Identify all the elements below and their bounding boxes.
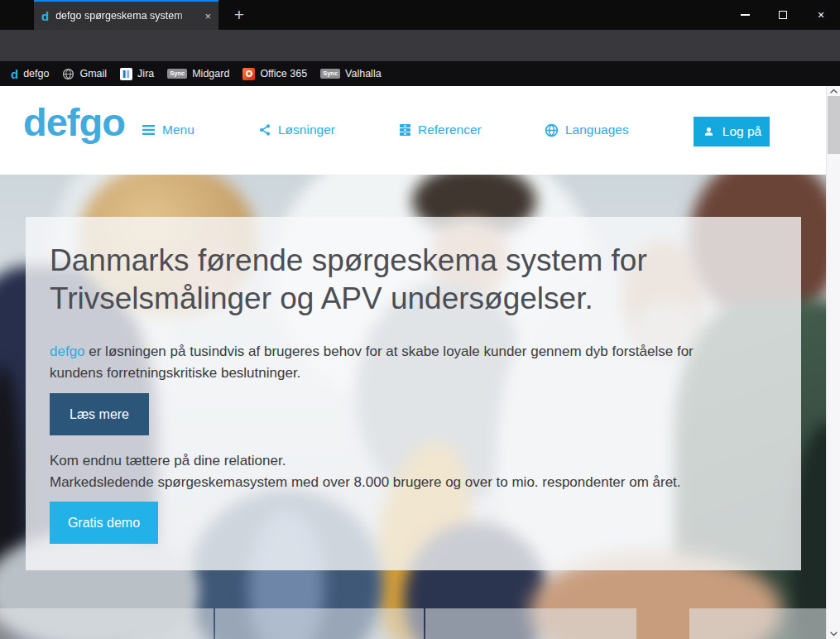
page-content: defgo Menu Løsninger Referencer Language…	[0, 86, 826, 639]
bookmark-label: Gmail	[79, 68, 107, 79]
navigation-toolbar: https://www.defgo.com/dk/ •••	[0, 30, 840, 61]
footer-panel	[689, 608, 826, 639]
defgo-brand-link[interactable]: defgo	[50, 344, 85, 359]
minimize-icon	[741, 14, 750, 16]
browser-tab[interactable]: d defgo spørgeskema system ×	[34, 0, 218, 30]
person-icon	[702, 125, 716, 139]
scroll-up-arrow-icon[interactable]	[827, 86, 840, 96]
defgo-favicon-icon: d	[11, 67, 18, 81]
scroll-down-arrow-icon[interactable]	[827, 629, 840, 639]
bookmark-label: Midgard	[192, 68, 229, 79]
nav-item-menu[interactable]: Menu	[142, 123, 194, 137]
bookmark-label: Jira	[137, 68, 154, 79]
hero-tagline-2: Markedsledende spørgeskemasystem med ove…	[50, 474, 681, 491]
hero-intro-rest: er løsningen på tusindvis af brugeres be…	[50, 344, 694, 381]
tab-favicon-defgo: d	[41, 9, 49, 23]
menu-icon	[142, 124, 156, 136]
hero-heading: Danmarks førende spørgeskema system for …	[50, 242, 778, 318]
sync-badge-icon: Sync	[320, 69, 340, 79]
bookmark-defgo[interactable]: d defgo	[11, 67, 49, 81]
read-more-button[interactable]: Læs mere	[50, 393, 149, 435]
footer-panel	[215, 608, 424, 639]
hero-intro-text: defgo er løsningen på tusindvis af bruge…	[50, 341, 738, 384]
nav-label: Løsninger	[278, 123, 335, 137]
tab-bar: d defgo spørgeskema system × + ×	[0, 0, 840, 30]
footer-panel	[425, 608, 636, 639]
nav-item-losninger[interactable]: Løsninger	[258, 123, 335, 137]
footer-panel	[0, 608, 214, 639]
maximize-icon	[779, 11, 787, 19]
bookmark-gmail[interactable]: Gmail	[62, 68, 107, 80]
site-header: defgo Menu Løsninger Referencer Language…	[0, 86, 826, 175]
archive-icon	[399, 123, 411, 137]
bookmark-midgard[interactable]: Sync Midgard	[167, 68, 229, 79]
window-controls: ×	[726, 0, 840, 30]
office-favicon-icon	[242, 68, 255, 80]
hero-tagline-1: Kom endnu tættere på dine relationer.	[50, 453, 286, 469]
free-demo-button[interactable]: Gratis demo	[50, 502, 158, 544]
jira-favicon-icon	[120, 68, 132, 80]
nav-item-referencer[interactable]: Referencer	[399, 123, 482, 137]
bookmark-label: defgo	[23, 68, 49, 79]
defgo-logo[interactable]: defgo	[23, 99, 125, 145]
globe-icon	[545, 123, 559, 137]
sync-badge-icon: Sync	[167, 69, 187, 79]
login-label: Log på	[722, 124, 761, 139]
tab-title: defgo spørgeskema system	[55, 10, 201, 22]
hero-heading-line2: Trivselsmålinger og APV undersøgelser.	[50, 280, 778, 318]
nav-label: Menu	[162, 123, 194, 137]
scrollbar-thumb[interactable]	[828, 96, 840, 154]
bookmark-valhalla[interactable]: Sync Valhalla	[320, 68, 382, 79]
globe-favicon-icon	[62, 68, 74, 80]
window-maximize-button[interactable]	[764, 0, 802, 30]
bookmark-jira[interactable]: Jira	[120, 68, 154, 80]
window-minimize-button[interactable]	[726, 0, 764, 30]
bookmarks-bar: d defgo Gmail Jira Sync Midgard Office 3…	[0, 61, 840, 86]
nav-label: Referencer	[418, 123, 482, 137]
tab-close-icon[interactable]: ×	[204, 10, 211, 22]
bookmark-label: Valhalla	[345, 68, 382, 79]
hero-heading-line1: Danmarks førende spørgeskema system for	[50, 242, 778, 280]
login-button[interactable]: Log på	[694, 117, 770, 147]
nav-item-languages[interactable]: Languages	[545, 123, 629, 137]
bookmark-label: Office 365	[260, 68, 307, 79]
nav-label: Languages	[565, 123, 629, 137]
bookmark-office-365[interactable]: Office 365	[242, 68, 307, 80]
browser-window: d defgo spørgeskema system × + ×	[0, 0, 840, 639]
new-tab-button[interactable]: +	[227, 2, 252, 27]
share-icon	[258, 123, 271, 137]
hero-section: Danmarks førende spørgeskema system for …	[0, 175, 826, 639]
hero-overlay-panel: Danmarks førende spørgeskema system for …	[26, 217, 801, 570]
vertical-scrollbar[interactable]	[826, 86, 840, 639]
window-close-button[interactable]: ×	[802, 0, 840, 30]
